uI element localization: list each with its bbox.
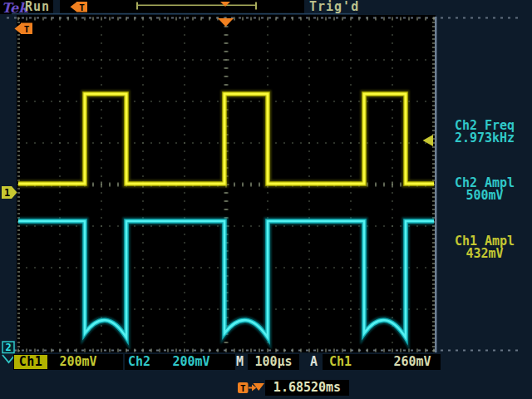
ch1-scale-value: 200mV [48,354,108,370]
record-bar-left-bracket [136,2,138,10]
delay-value: 1.68520ms [273,380,341,395]
ch2-channel-label: Ch2 [128,354,150,370]
acquisition-status: Run [25,0,50,14]
timebase-value: 100µs [254,354,292,369]
ch2-scale-value: 200mV [158,354,224,370]
window-position-marker [220,2,230,7]
trigger-status: Trig'd [309,0,359,14]
ch1-scale-box: Ch1 200mV [13,354,123,370]
record-bar-right-bracket [255,2,257,10]
trigger-source: Ch1 [329,354,352,370]
oscilloscope-screen: T T 1 2 [0,0,532,399]
horizontal-position-icons: T [238,382,264,394]
trigger-t-letter: T [240,383,246,394]
delay-value-box: 1.68520ms [265,380,349,396]
ch2-marker-label: 2 [5,342,11,353]
topbar-separator-line [12,13,357,14]
timebase-label: M [236,354,244,370]
trigger-mode-label: A [310,354,318,370]
trigger-level-value: 260mV [386,354,439,370]
ch1-ground-marker: 1 [2,186,17,199]
bezel-highlight-right [435,17,437,352]
measurement-ch2-ampl: Ch2 Ampl 500mV [439,177,530,202]
trigger-settings-box: Ch1 260mV [323,354,441,370]
ch2-scale-box: Ch2 200mV [125,354,235,370]
record-view-bar [136,2,257,10]
measurement-value: 500mV [439,190,530,202]
trigger-t-letter: T [79,2,85,13]
measurement-ch2-freq: Ch2 Freq 2.973kHz [439,120,530,145]
measurement-value: 2.973kHz [439,132,530,145]
datetime: 15 Mar 2011 16:48:54 [421,376,512,399]
measurement-ch1-ampl: Ch1 Ampl 432mV [439,235,530,260]
measurement-value: 432mV [439,248,530,260]
trigger-t-letter: T [24,24,30,35]
ch1-marker-label: 1 [4,187,10,199]
timebase-box: 100µs [248,354,299,370]
ch1-channel-badge: Ch1 [14,355,47,369]
left-arrow-icon [71,2,77,12]
trigger-time-icon-topbar: T [71,2,88,13]
tek-logo: Tek [2,0,27,16]
